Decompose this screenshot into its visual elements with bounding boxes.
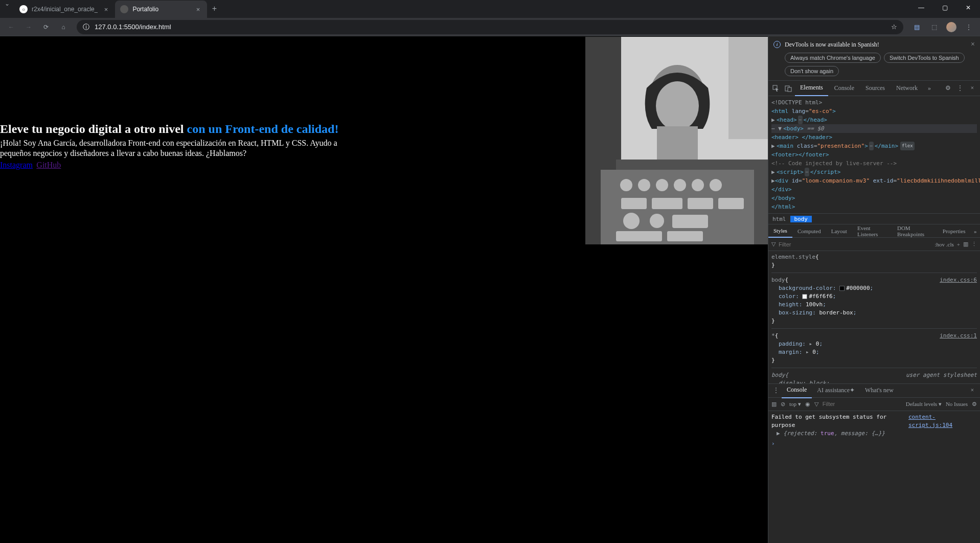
clear-console-icon[interactable]: ⊘ bbox=[781, 401, 785, 408]
tab-styles[interactable]: Styles bbox=[768, 224, 792, 238]
new-tab-button[interactable]: + bbox=[207, 2, 221, 16]
translate-icon[interactable]: ▤ bbox=[909, 20, 924, 34]
devtools-panel: i DevTools is now available in Spanish! … bbox=[768, 36, 980, 543]
tab-properties[interactable]: Properties bbox=[938, 224, 971, 238]
switch-devtools-language-button[interactable]: Switch DevTools to Spanish bbox=[884, 53, 965, 63]
home-button[interactable]: ⌂ bbox=[56, 20, 71, 34]
browser-titlebar: ⌄ ○ r2x4/inicial_one_oracle_ × Portafoli… bbox=[0, 0, 980, 18]
tab-console[interactable]: Console bbox=[829, 81, 859, 96]
svg-rect-25 bbox=[788, 87, 791, 92]
minimize-icon[interactable]: — bbox=[909, 0, 933, 15]
maximize-icon[interactable]: ▢ bbox=[933, 0, 956, 15]
drawer-tab-whatsnew[interactable]: What's new bbox=[860, 383, 899, 398]
svg-rect-20 bbox=[672, 215, 708, 228]
console-sidebar-icon[interactable]: ▥ bbox=[771, 401, 777, 408]
inspect-icon[interactable] bbox=[770, 83, 782, 94]
log-levels-selector[interactable]: Default levels ▾ bbox=[906, 401, 942, 408]
styles-filter-input[interactable] bbox=[779, 241, 932, 247]
back-button[interactable]: ← bbox=[4, 20, 18, 34]
bookmark-icon[interactable]: ☆ bbox=[891, 23, 897, 31]
tab-sources[interactable]: Sources bbox=[860, 81, 890, 96]
drawer-tab-console[interactable]: Console bbox=[782, 383, 812, 398]
filter-icon: ▽ bbox=[814, 401, 818, 408]
tab-dom-breakpoints[interactable]: DOM Breakpoints bbox=[892, 224, 938, 238]
banner-message: DevTools is now available in Spanish! bbox=[785, 41, 879, 49]
svg-point-10 bbox=[656, 179, 668, 191]
profile-photo bbox=[585, 37, 768, 244]
close-icon[interactable]: × bbox=[194, 5, 202, 13]
close-drawer-icon[interactable]: × bbox=[967, 385, 978, 396]
tab-portafolio[interactable]: Portafolio × bbox=[115, 1, 207, 18]
styles-tabs: Styles Computed Layout Event Listeners D… bbox=[768, 224, 980, 238]
tab-elements[interactable]: Elements bbox=[795, 81, 828, 96]
profile-avatar[interactable] bbox=[944, 20, 959, 34]
forward-button[interactable]: → bbox=[21, 20, 36, 34]
github-icon: ○ bbox=[19, 5, 28, 13]
svg-rect-16 bbox=[688, 198, 713, 209]
console-source-link[interactable]: content-script.js:104 bbox=[908, 413, 977, 429]
info-icon: i bbox=[773, 41, 781, 48]
issues-badge[interactable]: No Issues bbox=[946, 401, 968, 407]
styles-filter-bar: ▽ :hov .cls + ▥ ⋮ bbox=[768, 238, 980, 251]
toggle-computed-icon[interactable]: ▥ bbox=[963, 241, 968, 247]
address-bar[interactable]: ⓘ 127.0.0.1:5500/index.html ☆ bbox=[77, 20, 903, 34]
styles-pane[interactable]: element.style { } body {index.css:6 back… bbox=[768, 251, 980, 383]
github-link[interactable]: GitHub bbox=[36, 161, 61, 169]
always-match-language-button[interactable]: Always match Chrome's language bbox=[785, 53, 881, 63]
svg-point-9 bbox=[638, 179, 650, 191]
drawer-tabs: ⋮ Console AI assistance ✦ What's new × bbox=[768, 383, 980, 398]
close-devtools-icon[interactable]: × bbox=[967, 83, 978, 94]
more-tabs-icon[interactable]: » bbox=[970, 225, 980, 237]
rendered-page: Eleve tu negocio digital a otro nivel co… bbox=[0, 36, 768, 543]
console-output[interactable]: Failed to get subsystem status for purpo… bbox=[768, 411, 980, 544]
content-area: Eleve tu negocio digital a otro nivel co… bbox=[0, 36, 980, 543]
context-selector[interactable]: top ▾ bbox=[789, 401, 801, 408]
svg-rect-15 bbox=[652, 198, 682, 209]
tab-search-chevron[interactable]: ⌄ bbox=[0, 0, 14, 7]
close-icon[interactable]: × bbox=[102, 5, 110, 13]
tab-computed[interactable]: Computed bbox=[792, 224, 826, 238]
svg-rect-21 bbox=[616, 231, 662, 241]
crumb-html[interactable]: html bbox=[768, 216, 790, 222]
reload-button[interactable]: ⟳ bbox=[39, 20, 53, 34]
page-paragraph: ¡Hola! Soy Ana García, desarrolladora Fr… bbox=[0, 138, 348, 159]
more-tabs-icon[interactable]: » bbox=[924, 83, 935, 94]
tab-github[interactable]: ○ r2x4/inicial_one_oracle_ × bbox=[14, 1, 115, 18]
kebab-icon[interactable]: ⋮ bbox=[971, 241, 977, 247]
new-rule-icon[interactable]: + bbox=[957, 241, 960, 247]
drawer-tab-ai[interactable]: AI assistance ✦ bbox=[812, 383, 860, 398]
tab-title: r2x4/inicial_one_oracle_ bbox=[32, 6, 98, 13]
tab-event-listeners[interactable]: Event Listeners bbox=[852, 224, 892, 238]
svg-point-13 bbox=[710, 179, 722, 191]
svg-point-12 bbox=[692, 179, 704, 191]
dom-tree[interactable]: <!DOCTYPE html> <html lang="es-co"> ▶<he… bbox=[768, 96, 980, 213]
kebab-icon[interactable]: ⋮ bbox=[954, 83, 966, 94]
url-text: 127.0.0.1:5500/index.html bbox=[95, 23, 171, 31]
document-icon bbox=[120, 5, 128, 13]
tab-title: Portafolio bbox=[132, 6, 190, 13]
close-icon[interactable]: × bbox=[971, 40, 975, 49]
tab-network[interactable]: Network bbox=[891, 81, 923, 96]
close-window-icon[interactable]: ✕ bbox=[956, 0, 980, 15]
kebab-icon[interactable]: ⋮ bbox=[770, 385, 782, 396]
site-info-icon[interactable]: ⓘ bbox=[83, 22, 89, 32]
instagram-link[interactable]: Instagram bbox=[0, 161, 33, 169]
svg-point-8 bbox=[620, 179, 632, 191]
hov-cls-toggle[interactable]: :hov .cls bbox=[935, 241, 954, 247]
console-message: Failed to get subsystem status for purpo… bbox=[771, 413, 908, 429]
devtools-language-banner: i DevTools is now available in Spanish! … bbox=[768, 36, 980, 81]
console-filter-input[interactable] bbox=[823, 401, 902, 407]
dom-breadcrumb[interactable]: html body bbox=[768, 213, 980, 224]
extensions-icon[interactable]: ⬚ bbox=[927, 20, 941, 34]
dont-show-again-button[interactable]: Don't show again bbox=[785, 66, 839, 76]
crumb-body[interactable]: body bbox=[790, 216, 812, 222]
console-settings-icon[interactable]: ⚙ bbox=[972, 401, 977, 408]
tab-layout[interactable]: Layout bbox=[826, 224, 852, 238]
console-prompt[interactable]: › bbox=[771, 440, 977, 448]
device-toggle-icon[interactable] bbox=[783, 83, 794, 94]
settings-icon[interactable]: ⚙ bbox=[942, 83, 953, 94]
svg-rect-14 bbox=[621, 198, 647, 209]
svg-point-19 bbox=[650, 214, 664, 228]
menu-icon[interactable]: ⋮ bbox=[962, 20, 976, 34]
live-expression-icon[interactable]: ◉ bbox=[805, 401, 810, 408]
